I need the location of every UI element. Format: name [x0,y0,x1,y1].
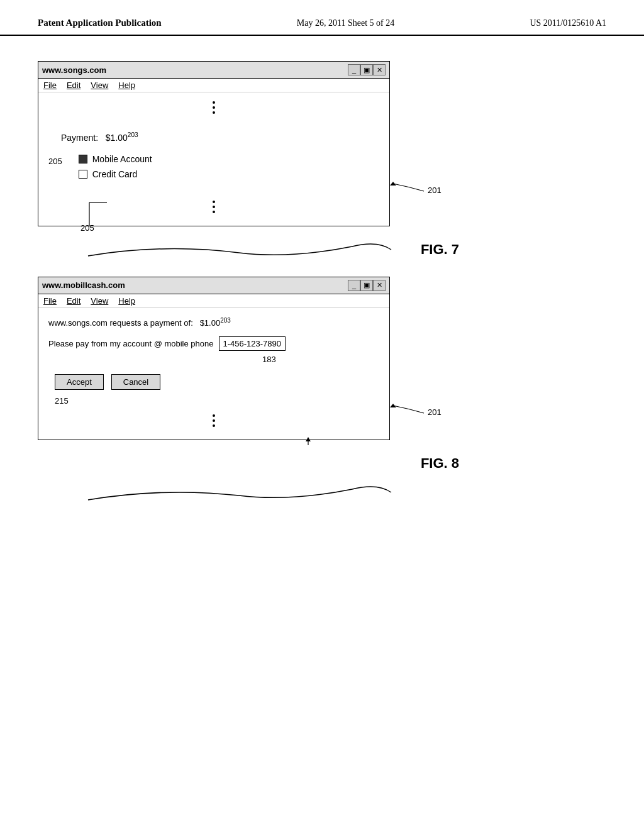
fig8-menu-file[interactable]: File [43,296,57,306]
fig8-maximize-button[interactable]: ▣ [360,280,373,291]
fig7-top-dots [213,101,215,114]
fig7-minimize-button[interactable]: _ [348,64,360,75]
fig8-minimize-button[interactable]: _ [348,280,360,291]
fig8-label: FIG. 8 [421,455,459,472]
dot7 [213,414,215,417]
fig7-close-button[interactable]: ✕ [373,64,386,75]
fig8-titlebar: www.mobillcash.com _ ▣ ✕ [38,277,389,294]
fig7-option-group: Mobile Account Credit Card [79,154,152,184]
fig7-titlebar: www.songs.com _ ▣ ✕ [38,62,389,79]
fig7-payment-amount: $1.00 [106,133,128,143]
fig8-phone-input[interactable]: 1-456-123-7890 [219,336,286,351]
fig7-menubar: File Edit View Help [38,79,389,92]
fig7-option-credit: Credit Card [79,169,152,179]
header-publication-title: Patent Application Publication [38,18,162,28]
fig8-cancel-button[interactable]: Cancel [111,374,160,390]
fig7-annotation-205: 205 [48,157,62,166]
fig8-request-text: www.songs.com requests a payment of: [48,318,193,328]
fig7-browser-body: Payment: $1.00203 205 Mobile Account [38,92,389,226]
fig8-accept-button[interactable]: Accept [55,374,104,390]
fig7-wrapper: www.songs.com _ ▣ ✕ File Edit View Help [38,61,478,226]
fig8-annotation-183: 183 [262,355,276,364]
fig8-bottom-dots [213,414,215,427]
fig7-option-mobile-label: Mobile Account [92,154,152,164]
fig8-request-ref: 203 [220,317,231,324]
dot8 [213,419,215,422]
fig7-payment-ref: 203 [128,131,138,138]
fig7-option-credit-label: Credit Card [92,169,138,179]
fig7-checkbox-mobile-filled[interactable] [79,155,87,163]
fig8-svg-201: 201 [428,407,441,417]
svg-marker-2 [390,182,396,185]
dot1 [213,101,215,104]
fig7-svg-201: 201 [428,185,441,195]
fig7-menu-help[interactable]: Help [118,80,135,90]
fig7-checkbox-credit-empty[interactable] [79,170,87,179]
dot2 [213,106,215,109]
page-header: Patent Application Publication May 26, 2… [0,0,644,36]
fig8-browser-controls: _ ▣ ✕ [348,280,386,291]
dot6 [213,211,215,213]
fig7-bottom-dots [213,201,215,213]
fig7-maximize-button[interactable]: ▣ [360,64,373,75]
fig8-annotation-215: 215 [55,396,69,406]
dot9 [213,424,215,427]
header-date-sheet: May 26, 2011 Sheet 5 of 24 [297,18,394,28]
dot3 [213,111,215,114]
fig8-wrapper: www.mobillcash.com _ ▣ ✕ File Edit View … [38,277,478,440]
fig7-payment-label: Payment: [61,133,98,143]
fig8-browser-title: www.mobillcash.com [42,280,125,290]
fig8-annotation-183-area: 183 [262,355,379,364]
fig7-option-mobile: Mobile Account [79,154,152,164]
fig7-browser-controls: _ ▣ ✕ [348,64,386,75]
fig8-menubar: File Edit View Help [38,294,389,308]
fig7-payment-line: Payment: $1.00203 [61,131,379,143]
fig8-browser-window: www.mobillcash.com _ ▣ ✕ File Edit View … [38,277,390,440]
fig8-browser-body: www.songs.com requests a payment of: $1.… [38,308,389,440]
dot5 [213,206,215,208]
fig7-browser-title: www.songs.com [42,65,106,75]
fig7-browser-window: www.songs.com _ ▣ ✕ File Edit View Help [38,61,390,226]
fig7-menu-edit[interactable]: Edit [67,80,80,90]
fig7-label: FIG. 7 [421,241,459,258]
fig8-pay-from-line: Please pay from my account @ mobile phon… [48,336,379,351]
header-patent-number: US 2011/0125610 A1 [530,18,606,28]
dot4 [213,201,215,203]
figure-7-container: www.songs.com _ ▣ ✕ File Edit View Help [38,61,606,226]
svg-marker-3 [390,404,396,407]
fig8-annotation-215-area: 215 [55,396,379,406]
fig8-pay-from-text: Please pay from my account @ mobile phon… [48,339,214,348]
fig8-request-line: www.songs.com requests a payment of: $1.… [48,317,379,328]
figure-8-container: www.mobillcash.com _ ▣ ✕ File Edit View … [38,277,606,440]
fig8-close-button[interactable]: ✕ [373,280,386,291]
fig8-menu-view[interactable]: View [91,296,108,306]
fig7-menu-view[interactable]: View [91,80,108,90]
fig7-options-area: 205 Mobile Account Credit Card [48,154,379,188]
fig8-menu-help[interactable]: Help [118,296,135,306]
fig8-menu-edit[interactable]: Edit [67,296,80,306]
fig7-menu-file[interactable]: File [43,80,57,90]
fig8-button-row: Accept Cancel [55,374,379,390]
fig8-request-amount: $1.00 [200,318,221,328]
main-content: www.songs.com _ ▣ ✕ File Edit View Help [0,36,644,503]
